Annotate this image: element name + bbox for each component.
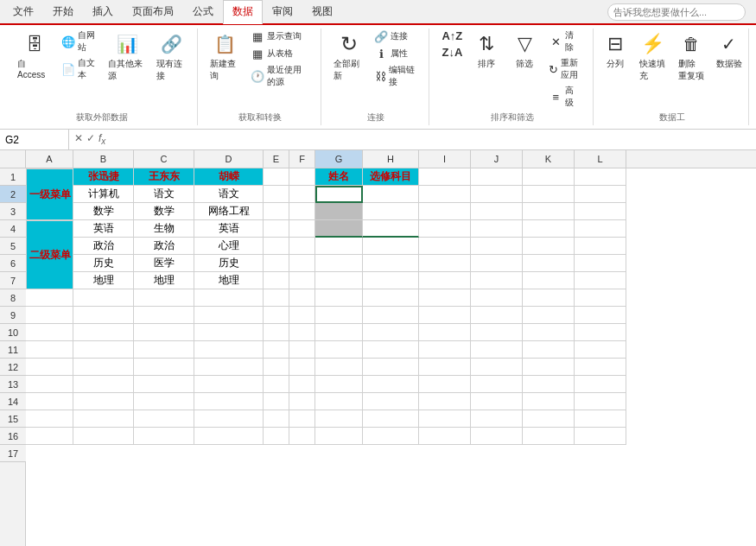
formula-cancel-icon[interactable]: ✕	[74, 132, 83, 146]
cell-h2[interactable]	[363, 186, 419, 203]
row-header-13[interactable]: 13	[0, 376, 26, 393]
cell-b7[interactable]: 地理	[73, 272, 134, 289]
cell-k4[interactable]	[523, 220, 575, 238]
col-header-d[interactable]: D	[194, 150, 264, 168]
cell-k1[interactable]	[523, 168, 575, 186]
cell-f6[interactable]	[289, 255, 315, 272]
col-header-h[interactable]: H	[363, 150, 419, 168]
cell-l5[interactable]	[575, 238, 626, 255]
cell-j1[interactable]	[471, 168, 523, 186]
select-all-corner[interactable]	[0, 150, 26, 168]
cell-i1[interactable]	[419, 168, 471, 186]
row-header-1[interactable]: 1	[0, 168, 26, 186]
cell-b2[interactable]: 计算机	[73, 186, 134, 203]
btn-show-query[interactable]: ▦ 显示查询	[247, 29, 314, 44]
cell-i2[interactable]	[419, 186, 471, 203]
cell-h1[interactable]: 选修科目	[363, 168, 419, 186]
cell-k5[interactable]	[523, 238, 575, 255]
cell-e8[interactable]	[264, 289, 289, 307]
merged-cell-a4[interactable]: 二级菜单	[26, 220, 73, 289]
cell-f7[interactable]	[289, 272, 315, 289]
btn-new-query[interactable]: 📋 新建查询	[206, 29, 244, 84]
cell-g6[interactable]	[315, 255, 363, 272]
btn-text[interactable]: 📄 自文本	[58, 56, 101, 82]
cell-b4[interactable]: 英语	[73, 220, 134, 238]
col-header-g[interactable]: G	[315, 150, 363, 168]
row-header-15[interactable]: 15	[0, 410, 26, 428]
btn-from-table[interactable]: ▦ 从表格	[247, 46, 314, 61]
cell-l2[interactable]	[575, 186, 626, 203]
cell-k7[interactable]	[523, 272, 575, 289]
cell-l7[interactable]	[575, 272, 626, 289]
row-header-7[interactable]: 7	[0, 272, 26, 289]
cell-f8[interactable]	[289, 289, 315, 307]
cell-j5[interactable]	[471, 238, 523, 255]
row-header-5[interactable]: 5	[0, 238, 26, 255]
btn-refresh-all[interactable]: ↻ 全部刷新	[330, 29, 367, 84]
cell-d6[interactable]: 历史	[194, 255, 264, 272]
row-header-9[interactable]: 9	[0, 307, 26, 324]
search-input[interactable]	[607, 3, 746, 21]
cell-l4[interactable]	[575, 220, 626, 238]
cell-h8[interactable]	[363, 289, 419, 307]
row-header-11[interactable]: 11	[0, 341, 26, 359]
cell-c6[interactable]: 医学	[134, 255, 194, 272]
col-header-i[interactable]: I	[419, 150, 471, 168]
cell-c2[interactable]: 语文	[134, 186, 194, 203]
cell-d1[interactable]: 胡嵘	[194, 168, 264, 186]
formula-insert-icon[interactable]: fx	[98, 132, 105, 146]
tab-page-layout[interactable]: 页面布局	[123, 0, 183, 23]
btn-split-col[interactable]: ⊟ 分列	[598, 29, 632, 72]
cell-d2[interactable]: 语文	[194, 186, 264, 203]
cell-h6[interactable]	[363, 255, 419, 272]
cell-k3[interactable]	[523, 203, 575, 220]
cell-f5[interactable]	[289, 238, 315, 255]
cell-b1[interactable]: 张迅捷	[73, 168, 134, 186]
cell-f3[interactable]	[289, 203, 315, 220]
col-header-c[interactable]: C	[134, 150, 194, 168]
cell-e1[interactable]	[264, 168, 289, 186]
cell-e2[interactable]	[264, 186, 289, 203]
cell-e3[interactable]	[264, 203, 289, 220]
row-header-17[interactable]: 17	[0, 445, 26, 462]
cell-i8[interactable]	[419, 289, 471, 307]
cell-e4[interactable]	[264, 220, 289, 238]
cell-j7[interactable]	[471, 272, 523, 289]
col-header-k[interactable]: K	[523, 150, 575, 168]
row-header-3[interactable]: 3	[0, 203, 26, 220]
btn-data-validate[interactable]: ✓ 数据验	[712, 29, 746, 72]
cell-j2[interactable]	[471, 186, 523, 203]
cell-l3[interactable]	[575, 203, 626, 220]
cell-h4[interactable]	[363, 220, 419, 238]
merged-cell-a1[interactable]: 一级菜单	[26, 168, 73, 220]
row-header-14[interactable]: 14	[0, 393, 26, 410]
btn-clear[interactable]: ✕ 清除	[545, 29, 586, 54]
cell-h5[interactable]	[363, 238, 419, 255]
btn-reapply[interactable]: ↻ 重新应用	[545, 56, 586, 82]
cell-c4[interactable]: 生物	[134, 220, 194, 238]
cell-g3[interactable]	[315, 203, 363, 220]
row-header-16[interactable]: 16	[0, 428, 26, 445]
col-header-a[interactable]: A	[26, 150, 73, 168]
row-header-2[interactable]: 2	[0, 186, 26, 203]
row-header-12[interactable]: 12	[0, 359, 26, 376]
btn-connections[interactable]: 🔗 连接	[371, 29, 422, 44]
cell-k6[interactable]	[523, 255, 575, 272]
cell-l1[interactable]	[575, 168, 626, 186]
btn-properties[interactable]: ℹ 属性	[371, 46, 422, 61]
cell-f1[interactable]	[289, 168, 315, 186]
cell-b3[interactable]: 数学	[73, 203, 134, 220]
btn-edit-links[interactable]: ⛓ 编辑链接	[371, 63, 422, 89]
tab-insert[interactable]: 插入	[83, 0, 123, 23]
cell-i3[interactable]	[419, 203, 471, 220]
cell-k2[interactable]	[523, 186, 575, 203]
btn-access[interactable]: 🗄 自 Access	[14, 29, 54, 81]
cell-reference[interactable]: G2	[0, 130, 69, 149]
btn-existing-connection[interactable]: 🔗 现有连接	[153, 29, 190, 84]
cell-d7[interactable]: 地理	[194, 272, 264, 289]
row-header-6[interactable]: 6	[0, 255, 26, 272]
cell-d4[interactable]: 英语	[194, 220, 264, 238]
cell-j4[interactable]	[471, 220, 523, 238]
cell-i6[interactable]	[419, 255, 471, 272]
cell-i5[interactable]	[419, 238, 471, 255]
